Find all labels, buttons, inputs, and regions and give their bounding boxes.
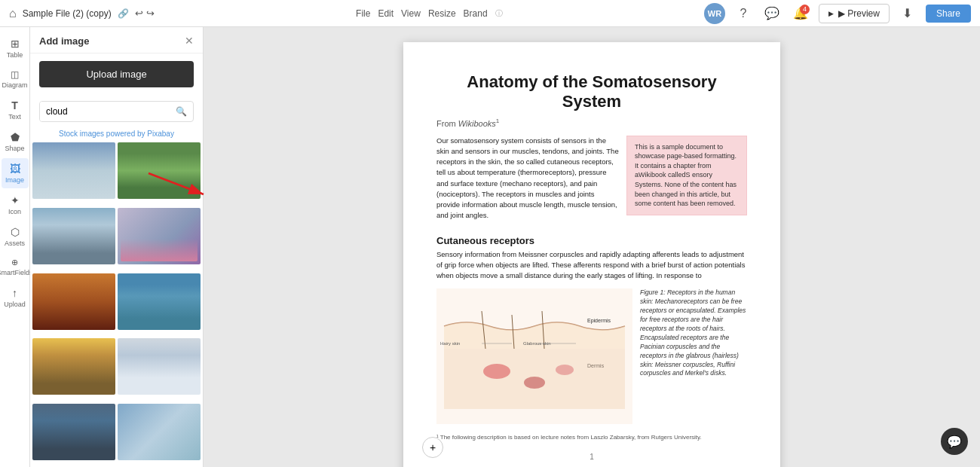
section-heading-1: Cutaneous receptors bbox=[436, 235, 747, 246]
panel-title: Add image bbox=[39, 35, 89, 47]
svg-text:Hairy skin: Hairy skin bbox=[440, 341, 460, 346]
icon-icon: ✦ bbox=[11, 194, 20, 206]
file-link-icon[interactable]: 🔗 bbox=[118, 8, 129, 19]
main-area: ⊞ Table ◫ Diagram T Text ⬟ Shape 🖼 Image… bbox=[0, 27, 980, 467]
document-page: Anatomy of the Somatosensory System From… bbox=[403, 42, 780, 467]
comments-button[interactable]: 💬 bbox=[761, 3, 782, 24]
smartfields-icon: ⊕ bbox=[11, 258, 18, 267]
list-item[interactable] bbox=[118, 404, 201, 460]
list-item[interactable] bbox=[32, 273, 115, 330]
redo-button[interactable]: ↪ bbox=[146, 8, 155, 19]
topbar: ⌂ Sample File (2) (copy) 🔗 ↩ ↪ File Edit… bbox=[0, 0, 980, 27]
sidebar-item-shape-label: Shape bbox=[5, 145, 24, 152]
sidebar-item-diagram[interactable]: ◫ Diagram bbox=[2, 65, 29, 93]
table-icon: ⊞ bbox=[11, 38, 20, 50]
page-number: 1 bbox=[436, 453, 747, 461]
list-item[interactable] bbox=[32, 404, 115, 460]
sidebar-item-table-label: Table bbox=[7, 51, 23, 59]
search-button[interactable]: 🔍 bbox=[170, 103, 193, 120]
list-item[interactable] bbox=[32, 142, 115, 199]
figure-area: Epidermis Dermis bbox=[436, 288, 747, 426]
zoom-button[interactable]: + bbox=[422, 437, 443, 458]
list-item[interactable] bbox=[118, 273, 201, 330]
shape-icon: ⬟ bbox=[11, 131, 20, 143]
menu-file[interactable]: File bbox=[356, 8, 370, 19]
upload-icon: ↑ bbox=[12, 287, 17, 299]
sidebar-item-table[interactable]: ⊞ Table bbox=[2, 33, 29, 63]
svg-text:Epidermis: Epidermis bbox=[587, 318, 611, 324]
sidebar-item-text[interactable]: T Text bbox=[2, 95, 29, 125]
sidebar-item-smartfields[interactable]: ⊕ SmartFields bbox=[2, 253, 29, 281]
chat-button[interactable]: 💬 bbox=[941, 428, 968, 455]
list-item[interactable] bbox=[118, 142, 201, 199]
svg-point-10 bbox=[524, 377, 545, 389]
doc-subtitle: From Wikibooks1 bbox=[436, 118, 747, 128]
sidebar-item-diagram-label: Diagram bbox=[2, 81, 28, 89]
download-button[interactable]: ⬇ bbox=[897, 3, 918, 24]
sidebar-item-image-label: Image bbox=[5, 176, 24, 184]
menu-resize[interactable]: Resize bbox=[428, 8, 456, 19]
list-item[interactable] bbox=[32, 208, 115, 264]
sidebar-item-smartfields-label: SmartFields bbox=[0, 269, 33, 276]
preview-icon: ▶ bbox=[828, 10, 834, 17]
menu-edit[interactable]: Edit bbox=[378, 8, 394, 19]
panel-close-button[interactable]: ✕ bbox=[185, 35, 194, 47]
search-input[interactable] bbox=[40, 102, 170, 121]
menu-view[interactable]: View bbox=[401, 8, 421, 19]
sidebar-item-assets[interactable]: ⬡ Assets bbox=[2, 221, 29, 252]
menu-brand[interactable]: Brand bbox=[464, 8, 488, 19]
undo-button[interactable]: ↩ bbox=[135, 8, 143, 19]
topbar-right: WR ? 💬 🔔 4 ▶ ▶ Preview ⬇ Share bbox=[704, 3, 971, 24]
brand-info-icon: ⓘ bbox=[495, 8, 503, 19]
notifications-button[interactable]: 🔔 4 bbox=[790, 3, 811, 24]
panel-header: Add image ✕ bbox=[30, 27, 203, 53]
footnote: ¹ The following description is based on … bbox=[436, 434, 747, 441]
sidebar-item-icon-label: Icon bbox=[8, 208, 21, 215]
preview-button[interactable]: ▶ ▶ Preview bbox=[819, 4, 890, 23]
sidebar-item-upload-label: Upload bbox=[4, 301, 26, 308]
help-button[interactable]: ? bbox=[733, 3, 754, 24]
app-title: Sample File (2) (copy) bbox=[23, 8, 112, 19]
figure-caption: Figure 1: Receptors in the human skin: M… bbox=[640, 288, 747, 426]
doc-body-2: Sensory information from Meissner corpus… bbox=[436, 249, 747, 282]
notification-badge: 4 bbox=[800, 5, 810, 14]
list-item[interactable] bbox=[32, 338, 115, 395]
svg-point-11 bbox=[556, 365, 574, 375]
search-box: 🔍 bbox=[39, 101, 194, 122]
svg-point-9 bbox=[483, 364, 510, 379]
stock-images-label: Stock images powered by Pixabay bbox=[30, 128, 203, 142]
avatar: WR bbox=[704, 3, 725, 24]
diagram-icon: ◫ bbox=[11, 69, 19, 80]
sidebar-item-upload[interactable]: ↑ Upload bbox=[2, 282, 29, 313]
topbar-left: ⌂ Sample File (2) (copy) 🔗 ↩ ↪ bbox=[9, 7, 155, 20]
callout-box: This is a sample document to showcase pa… bbox=[626, 136, 747, 215]
list-item[interactable] bbox=[118, 208, 201, 264]
undo-redo: ↩ ↪ bbox=[135, 8, 155, 19]
upload-image-button[interactable]: Upload image bbox=[39, 61, 194, 87]
sidebar-item-image[interactable]: 🖼 Image bbox=[2, 158, 29, 188]
sidebar-item-text-label: Text bbox=[8, 113, 21, 121]
canvas-area[interactable]: Anatomy of the Somatosensory System From… bbox=[204, 27, 980, 467]
sidebar-icons: ⊞ Table ◫ Diagram T Text ⬟ Shape 🖼 Image… bbox=[0, 27, 30, 467]
chat-icon[interactable]: 💬 bbox=[941, 428, 968, 455]
add-image-panel: Add image ✕ Upload image 🔍 Stock images … bbox=[30, 27, 204, 467]
sidebar-item-shape[interactable]: ⬟ Shape bbox=[2, 127, 29, 157]
text-icon: T bbox=[11, 99, 18, 111]
sidebar-item-assets-label: Assets bbox=[5, 240, 25, 247]
image-grid bbox=[30, 142, 203, 467]
zoom-control[interactable]: + bbox=[422, 437, 443, 458]
topbar-nav: File Edit View Resize Brand ⓘ bbox=[356, 8, 503, 19]
image-icon: 🖼 bbox=[10, 163, 20, 175]
doc-title: Anatomy of the Somatosensory System bbox=[436, 72, 747, 111]
home-icon[interactable]: ⌂ bbox=[9, 7, 17, 20]
share-button[interactable]: Share bbox=[926, 5, 971, 23]
sidebar-item-icon[interactable]: ✦ Icon bbox=[2, 190, 29, 220]
assets-icon: ⬡ bbox=[11, 226, 20, 238]
figure-diagram: Epidermis Dermis bbox=[436, 288, 632, 426]
list-item[interactable] bbox=[118, 338, 201, 395]
